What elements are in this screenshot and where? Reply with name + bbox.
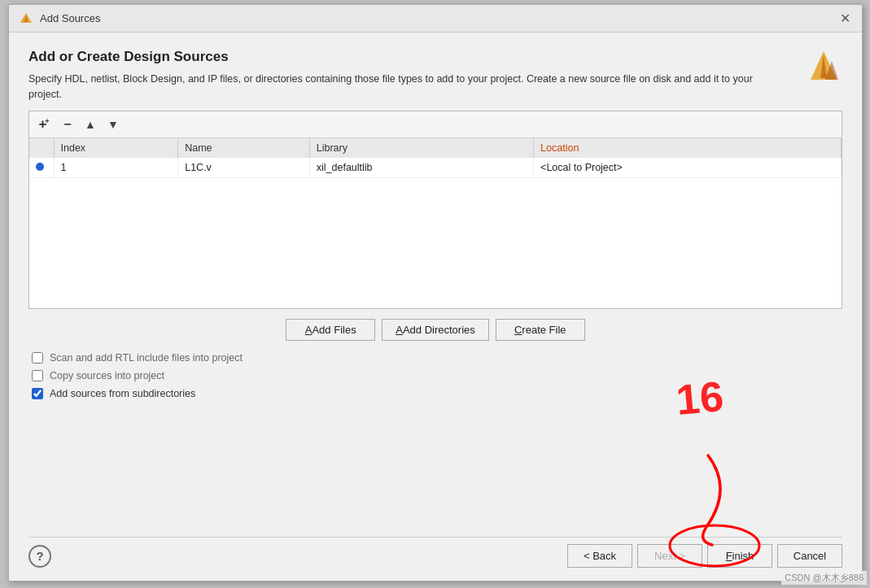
add-subdirs-option: Add sources from subdirectories <box>32 388 842 399</box>
col-name: Name <box>178 138 310 158</box>
title-bar: Add Sources ✕ <box>9 5 862 33</box>
question-mark-icon: ? <box>36 549 43 563</box>
cancel-button[interactable]: Cancel <box>777 544 842 568</box>
options-section: Scan and add RTL include files into proj… <box>28 352 842 406</box>
table-empty-space <box>29 178 842 308</box>
table-header: Index Name Library Location <box>29 138 842 158</box>
table-row[interactable]: 1 L1C.v xil_defaultlib <Local to Project… <box>29 158 842 178</box>
vivado-logo <box>806 49 842 85</box>
row-indicator <box>29 158 54 178</box>
close-button[interactable]: ✕ <box>837 11 852 26</box>
dialog-window: Add Sources ✕ Add or Create Design Sourc… <box>8 4 863 581</box>
col-index: Index <box>54 138 178 158</box>
bottom-bar: ? < Back Next > Finish Cancel <box>28 537 842 571</box>
dialog-description: Specify HDL, netlist, Block Design, and … <box>28 72 761 102</box>
scan-rtl-label: Scan and add RTL include files into proj… <box>50 352 243 364</box>
title-bar-left: Add Sources <box>19 11 100 26</box>
add-file-toolbar-button[interactable]: + + <box>34 115 55 134</box>
status-dot <box>36 163 44 171</box>
move-down-toolbar-button[interactable]: ▼ <box>103 115 124 134</box>
move-up-toolbar-button[interactable]: ▲ <box>80 115 101 134</box>
small-plus: + <box>45 117 49 125</box>
add-files-label: AAdd Files <box>305 324 356 336</box>
add-subdirs-label: Add sources from subdirectories <box>50 388 195 399</box>
app-icon <box>19 11 33 26</box>
row-location: <Local to Project> <box>534 158 842 178</box>
copy-sources-option: Copy sources into project <box>32 370 842 381</box>
next-button[interactable]: Next > <box>637 544 702 568</box>
window-title: Add Sources <box>40 12 100 24</box>
back-button[interactable]: < Back <box>567 544 632 568</box>
up-arrow-icon: ▲ <box>85 118 96 131</box>
dialog-header: Add or Create Design Sources Specify HDL… <box>28 49 842 102</box>
col-library: Library <box>309 138 533 158</box>
dialog-header-text: Add or Create Design Sources Specify HDL… <box>28 49 796 102</box>
scan-rtl-option: Scan and add RTL include files into proj… <box>32 352 842 364</box>
finish-underline: Finish <box>726 550 754 562</box>
row-library: xil_defaultlib <box>309 158 533 178</box>
remove-file-toolbar-button[interactable]: − <box>57 115 78 134</box>
table-body: 1 L1C.v xil_defaultlib <Local to Project… <box>29 158 842 178</box>
watermark: CSDN @木木乡886 <box>781 571 867 585</box>
minus-icon: − <box>63 117 71 132</box>
add-subdirs-checkbox[interactable] <box>32 388 43 399</box>
dialog-title: Add or Create Design Sources <box>28 49 796 65</box>
add-files-button[interactable]: AAdd Files <box>286 319 375 341</box>
scan-rtl-checkbox[interactable] <box>32 352 43 364</box>
nav-buttons: < Back Next > Finish Cancel <box>567 544 842 568</box>
create-file-button[interactable]: Create File <box>496 319 585 341</box>
row-name: L1C.v <box>178 158 310 178</box>
col-location: Location <box>534 138 842 158</box>
copy-sources-checkbox[interactable] <box>32 370 43 381</box>
row-index: 1 <box>54 158 178 178</box>
finish-button[interactable]: Finish <box>707 544 772 568</box>
down-arrow-icon: ▼ <box>107 118 119 131</box>
sources-table: Index Name Library Location 1 L1C.v xil_… <box>29 138 842 178</box>
add-directories-label: AAdd Directories <box>396 324 475 336</box>
copy-sources-label: Copy sources into project <box>50 370 164 381</box>
dialog-body: Add or Create Design Sources Specify HDL… <box>9 33 862 581</box>
create-file-label: Create File <box>514 324 566 336</box>
help-button[interactable]: ? <box>28 545 51 568</box>
add-directories-button[interactable]: AAdd Directories <box>382 319 489 341</box>
file-table-container: + + − ▲ ▼ Index Name <box>28 111 842 309</box>
col-indicator <box>29 138 54 158</box>
action-buttons: AAdd Files AAdd Directories Create File <box>28 319 842 341</box>
file-toolbar: + + − ▲ ▼ <box>29 111 842 138</box>
